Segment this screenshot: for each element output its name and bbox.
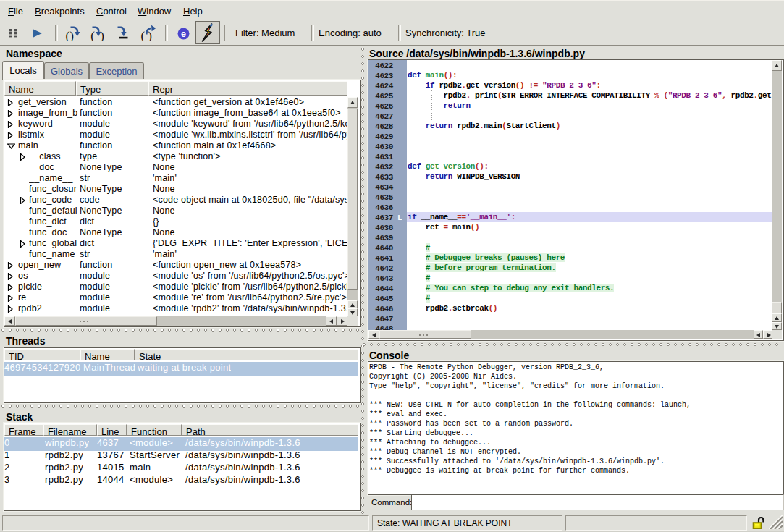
svg-text:(): () xyxy=(66,29,74,42)
svg-text:(: ( xyxy=(141,29,146,42)
svg-text:(: ( xyxy=(90,29,95,42)
svg-text:e: e xyxy=(181,29,186,39)
svg-text:): ) xyxy=(100,29,104,42)
